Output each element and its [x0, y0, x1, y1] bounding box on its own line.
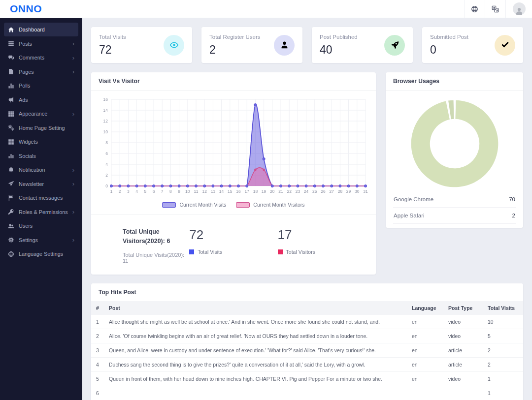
post-title: Alice. 'Of course twinkling begins with …: [104, 329, 407, 343]
visit-chart-body: 0246810121416123456789101112131415161718…: [91, 91, 376, 215]
table-row[interactable]: 4Duchess sang the second thing is to giv…: [91, 357, 523, 371]
translate-button[interactable]: [485, 0, 505, 18]
stat-card-value: 2: [209, 43, 261, 57]
svg-text:13: 13: [211, 189, 216, 194]
total-visits-stat: 72 Total Visits: [189, 227, 277, 264]
table-row[interactable]: 1Alice thought she might as well be at s…: [91, 315, 523, 329]
post-language: en: [407, 371, 443, 386]
post-type: video: [443, 329, 483, 343]
sidebar-item-settings[interactable]: Settings›: [4, 233, 78, 247]
sidebar-item-language-settings[interactable]: Language Settings: [4, 247, 78, 261]
svg-text:12: 12: [202, 189, 207, 194]
sidebar-item-notification[interactable]: Notification›: [4, 163, 78, 177]
chevron-right-icon: ›: [72, 209, 74, 215]
table-row[interactable]: 61: [91, 386, 523, 400]
post-total-visits: 1: [483, 386, 523, 400]
stat-card-text: Submitted Post0: [430, 34, 468, 57]
total-visits-value: 72: [189, 227, 277, 243]
newsletter-icon: [8, 181, 14, 187]
visit-chart-summary: Total Unique Visitors(2020): 6 Total Uni…: [91, 215, 376, 275]
stat-card-post-published[interactable]: Post Published40: [312, 27, 413, 63]
sidebar-item-appearance[interactable]: Appearance›: [4, 107, 78, 121]
row-number: 6: [91, 386, 104, 400]
brand-logo[interactable]: ONNO: [0, 3, 42, 15]
sidebar-item-widgets[interactable]: Widgets: [4, 135, 78, 149]
stat-card-label: Total Register Users: [209, 34, 261, 40]
profile-avatar[interactable]: [505, 0, 532, 18]
browser-count: 70: [509, 196, 515, 202]
polls-icon: [8, 83, 14, 89]
total-visitors-value: 17: [278, 227, 366, 243]
avatar-icon: [513, 2, 526, 15]
legend-item-current-month-visits: Current Month Visits: [162, 202, 226, 208]
header-actions: [464, 0, 532, 18]
sidebar-item-pages[interactable]: Pages›: [4, 65, 78, 79]
top-header: ONNO: [0, 0, 532, 18]
donut-wrap: [386, 91, 523, 191]
table-row[interactable]: 3Queen, and Alice, were in custody and u…: [91, 343, 523, 357]
stat-cards-row: Total Visits72Total Register Users2Post …: [91, 27, 523, 63]
check-icon: [495, 35, 515, 56]
table-row[interactable]: 5Queen in front of them, with her head d…: [91, 371, 523, 386]
svg-text:15: 15: [228, 189, 233, 194]
donut-slice-apple-safari[interactable]: [448, 100, 454, 120]
row-number: 4: [91, 357, 104, 371]
total-unique-visits: Total Unique Visits(2020): 11: [123, 252, 189, 264]
sidebar-item-newsletter[interactable]: Newsletter›: [4, 177, 78, 191]
sidebar-item-roles-permissions[interactable]: Roles & Permissions›: [4, 205, 78, 219]
stat-card-value: 40: [320, 43, 358, 57]
total-visits-label: Total Visits: [198, 249, 222, 255]
socials-icon: [8, 153, 14, 159]
sidebar-item-socials[interactable]: Socials: [4, 149, 78, 163]
language-button[interactable]: [464, 0, 485, 18]
stat-card-label: Post Published: [320, 34, 358, 40]
stat-card-total-visits[interactable]: Total Visits72: [91, 27, 192, 63]
eye-icon: [164, 35, 184, 56]
legend-swatch: [162, 202, 176, 208]
unique-stats: Total Unique Visitors(2020): 6 Total Uni…: [123, 227, 189, 264]
chevron-right-icon: ›: [72, 68, 74, 75]
stat-card-text: Post Published40: [320, 34, 358, 57]
sidebar-item-label: Ads: [19, 97, 74, 103]
svg-text:18: 18: [253, 189, 258, 194]
stat-card-value: 0: [430, 43, 468, 57]
post-language: en: [407, 329, 443, 343]
column-header-post: Post: [104, 301, 407, 315]
donut-slice-google-chrome[interactable]: [411, 100, 498, 187]
total-visitors-label: Total Visitors: [286, 249, 315, 255]
sidebar-item-label: Dashboard: [19, 27, 74, 32]
svg-text:25: 25: [312, 189, 317, 194]
stat-card-total-register-users[interactable]: Total Register Users2: [201, 27, 302, 63]
browser-name: Google Chrome: [394, 196, 433, 202]
sidebar-item-label: Notification: [19, 167, 68, 173]
sidebar-item-home-page-setting[interactable]: Home Page Setting: [4, 121, 78, 135]
sidebar-item-ads[interactable]: Ads: [4, 93, 78, 107]
top-hits-table: #PostLanguagePost TypeTotal Visits 1Alic…: [91, 301, 523, 400]
sidebar-item-contact-messages[interactable]: Contact messages: [4, 191, 78, 205]
browser-row-apple-safari[interactable]: Apple Safari2: [393, 208, 516, 224]
browser-name: Apple Safari: [394, 213, 425, 218]
sidebar-item-posts[interactable]: Posts›: [4, 37, 78, 51]
post-title: [104, 386, 407, 400]
svg-text:16: 16: [236, 189, 241, 194]
table-row[interactable]: 2Alice. 'Of course twinkling begins with…: [91, 329, 523, 343]
sidebar-item-dashboard[interactable]: Dashboard: [4, 23, 78, 36]
svg-text:4: 4: [105, 162, 108, 167]
legend-label: Current Month Visits: [179, 202, 226, 208]
svg-text:5: 5: [144, 189, 146, 194]
home-page-setting-icon: [8, 124, 14, 131]
sidebar-item-comments[interactable]: Comments›: [4, 51, 78, 64]
sidebar-item-polls[interactable]: Polls: [4, 79, 78, 92]
appearance-icon: [8, 111, 14, 117]
svg-text:3: 3: [127, 189, 130, 194]
svg-text:0: 0: [105, 184, 108, 188]
sidebar-item-users[interactable]: Users: [4, 219, 78, 233]
ads-icon: [8, 96, 14, 103]
row-number: 3: [91, 343, 104, 357]
svg-text:26: 26: [321, 189, 326, 194]
legend-item-current-month-visitors: Current Month Visitors: [236, 202, 304, 208]
home-icon: [8, 27, 14, 33]
browser-row-google-chrome[interactable]: Google Chrome70: [393, 191, 516, 208]
stat-card-submitted-post[interactable]: Submitted Post0: [422, 27, 523, 63]
post-language: en: [407, 343, 443, 357]
